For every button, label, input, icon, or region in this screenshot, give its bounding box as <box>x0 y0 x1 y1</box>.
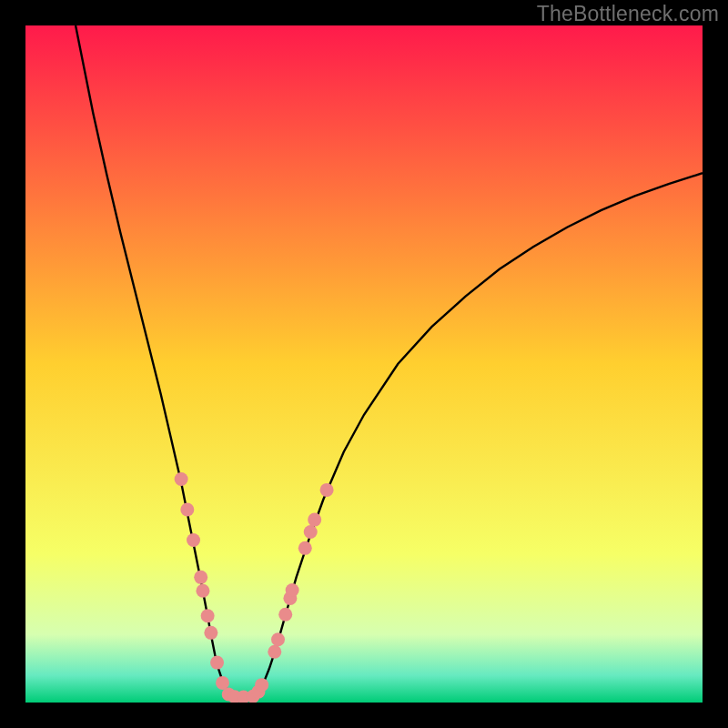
dot <box>204 626 217 640</box>
dot <box>278 608 292 622</box>
dot <box>216 676 229 690</box>
dot <box>304 525 318 539</box>
dot <box>308 513 321 527</box>
watermark-text: TheBottleneck.com <box>537 2 719 26</box>
dot <box>286 583 299 597</box>
dot <box>255 678 268 692</box>
dot <box>298 541 312 555</box>
dot <box>271 632 285 646</box>
dot <box>210 656 224 670</box>
chart-background <box>25 25 703 703</box>
chart-frame <box>25 25 703 703</box>
dot <box>201 609 215 622</box>
dot <box>187 533 200 547</box>
dot <box>268 645 281 659</box>
dot <box>320 483 334 497</box>
dot <box>194 571 207 584</box>
dot <box>196 584 209 598</box>
bottleneck-chart <box>25 25 703 703</box>
dot <box>180 502 194 516</box>
dot <box>175 472 188 486</box>
